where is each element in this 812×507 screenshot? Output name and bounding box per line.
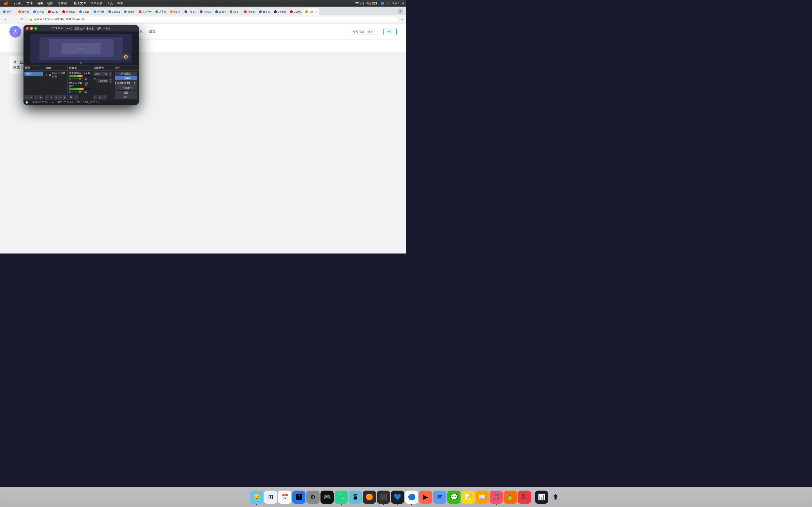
channel-1-mute[interactable]: 🔊 bbox=[84, 77, 87, 80]
move-up-scene-btn[interactable]: ▲ bbox=[34, 95, 38, 100]
channel-2-knob[interactable] bbox=[69, 91, 71, 93]
browser-tab-14[interactable]: Lexicc bbox=[213, 8, 227, 15]
browser-tab-20[interactable]: 大王 -× bbox=[303, 8, 319, 15]
browser-tab-18[interactable]: Comma bbox=[272, 8, 288, 15]
tab-favicon bbox=[290, 10, 293, 13]
tab-favicon bbox=[79, 10, 82, 13]
browser-tab-4[interactable]: YouTube bbox=[60, 8, 77, 15]
channel-1-menu[interactable]: ⋮ bbox=[88, 77, 91, 80]
obs-minimize-btn[interactable] bbox=[30, 27, 33, 30]
source-settings-btn[interactable]: ⚙ bbox=[54, 95, 58, 100]
channel-2-name: macOS 屏幕捕获 bbox=[69, 81, 85, 88]
source-down-btn[interactable]: ▼ bbox=[62, 95, 66, 100]
obs-preview-inner: preview bbox=[40, 37, 123, 60]
browser-tab-15[interactable]: Grid bbox=[228, 8, 242, 15]
mixer-menu-btn[interactable]: ⋮ bbox=[74, 95, 79, 100]
follow-button[interactable]: 关注 bbox=[384, 28, 397, 35]
menu-file[interactable]: 文件 bbox=[25, 1, 35, 6]
add-scene-btn[interactable]: + bbox=[24, 95, 29, 100]
source-up-btn[interactable]: ▲ bbox=[58, 95, 62, 100]
duration-down-btn[interactable]: ▼ bbox=[109, 81, 112, 83]
scenes-actions: + − ▲ ▼ bbox=[23, 95, 44, 100]
browser-tab-11[interactable]: 作业3 bbox=[168, 8, 182, 15]
tab-label: 1.8mac bbox=[112, 10, 120, 13]
tab-close-btn[interactable]: × bbox=[316, 10, 317, 13]
browser-tab-0[interactable]: 登录 — bbox=[1, 8, 16, 15]
settings-btn[interactable]: 设置 bbox=[115, 91, 137, 95]
menu-tools[interactable]: 工具 bbox=[105, 1, 115, 6]
tab-favicon bbox=[185, 10, 187, 13]
browser-tab-5[interactable]: Cours bbox=[77, 8, 91, 15]
apple-menu[interactable]: 🍎 bbox=[2, 1, 10, 6]
obs-close-btn[interactable] bbox=[26, 27, 29, 30]
add-source-btn[interactable]: + bbox=[45, 95, 49, 100]
start-record-btn[interactable]: 开始录制 bbox=[115, 76, 137, 80]
forward-button[interactable]: › bbox=[10, 16, 17, 22]
tab-label: 登录 — bbox=[7, 10, 14, 13]
transform-down-btn[interactable]: ▼ bbox=[109, 74, 112, 76]
obs-status-bar: 📡 LIVE: 00:00:00 ⏺ REC: 00:00:00 CPU: 5.… bbox=[23, 100, 139, 105]
virtual-cam-btn[interactable]: 启动虚拟摄像机 bbox=[115, 80, 132, 86]
move-down-scene-btn[interactable]: ▼ bbox=[39, 95, 43, 100]
menu-edit[interactable]: 编辑 bbox=[35, 1, 45, 6]
mixer-gear-btn[interactable]: ⚙ bbox=[68, 95, 73, 100]
source-lock-icon[interactable]: 🔒 bbox=[48, 74, 51, 76]
menu-studio[interactable]: studio bbox=[12, 1, 24, 6]
exit-btn[interactable]: 退出 bbox=[115, 95, 137, 99]
channel-2-menu[interactable]: ⋮ bbox=[88, 91, 91, 93]
duration-up-btn[interactable]: ▲ bbox=[109, 78, 112, 81]
start-stream-btn[interactable]: 开始推流 bbox=[115, 72, 137, 75]
source-item[interactable]: 👁 🔒 macOS 屏幕捕获 bbox=[45, 72, 66, 78]
channel-1-fill bbox=[69, 75, 83, 77]
browser-tab-7[interactable]: 1.8mac bbox=[106, 8, 122, 15]
browser-tab-10[interactable]: 共享空 bbox=[153, 8, 168, 15]
bookmark-icon[interactable]: ☆ bbox=[400, 17, 404, 21]
source-visibility-icon[interactable]: 👁 bbox=[45, 74, 47, 76]
tab-label: Lexicc bbox=[219, 10, 225, 13]
browser-tab-17[interactable]: The 30 bbox=[257, 8, 272, 15]
transform-type-select[interactable]: 渐变 bbox=[94, 72, 108, 76]
obs-window-controls bbox=[26, 27, 37, 30]
browser-tab-2[interactable]: 仪表盘 bbox=[31, 8, 46, 15]
remove-scene-btn[interactable]: − bbox=[29, 95, 33, 100]
new-tab-button[interactable]: + bbox=[398, 8, 403, 14]
add-transform-btn[interactable]: + bbox=[93, 95, 97, 100]
studio-mode-btn[interactable]: 工作室模式 bbox=[115, 86, 137, 90]
channel-1-slider[interactable] bbox=[79, 78, 81, 79]
browser-tab-12[interactable]: The St. bbox=[183, 8, 198, 15]
tab-label: Comma bbox=[278, 10, 286, 13]
channel-2-slider[interactable] bbox=[79, 91, 81, 93]
sources-list: 👁 🔒 macOS 屏幕捕获 bbox=[44, 71, 67, 95]
browser-tab-1[interactable]: 账号管 bbox=[16, 8, 31, 15]
menu-help[interactable]: 帮助 bbox=[115, 1, 125, 6]
browser-tab-16[interactable]: An emi bbox=[242, 8, 257, 15]
scene-item[interactable]: 场景 2 bbox=[24, 72, 43, 76]
browser-tab-6[interactable]: 腾讯视 bbox=[92, 8, 106, 15]
virtual-cam-settings[interactable]: ⚙ bbox=[132, 80, 137, 86]
remove-transform-btn[interactable]: − bbox=[98, 95, 102, 100]
back-button[interactable]: ‹ bbox=[2, 16, 9, 22]
browser-tab-3[interactable]: 22120 bbox=[46, 8, 60, 15]
channel-1-knob[interactable] bbox=[69, 78, 71, 80]
browser-tab-19[interactable]: CS106 bbox=[288, 8, 303, 15]
browser-tab-9[interactable]: 在LaTeX bbox=[137, 8, 153, 15]
menu-dock[interactable]: 停靠圆口 bbox=[56, 1, 72, 6]
remove-source-btn[interactable]: − bbox=[50, 95, 54, 100]
transform-duration-input[interactable] bbox=[97, 79, 108, 82]
bili-nav-item-设置[interactable]: 设置 bbox=[146, 28, 158, 36]
reload-button[interactable]: ↻ bbox=[18, 16, 25, 22]
qq-music-label[interactable]: QQ音乐 - 听我想听 bbox=[355, 1, 378, 5]
obs-maximize-btn[interactable] bbox=[34, 27, 37, 30]
address-bar[interactable]: 🔒 space.bilibili.com/196986312/dynamic bbox=[26, 16, 399, 22]
menu-profile[interactable]: 配置文件 bbox=[72, 1, 88, 6]
search-input[interactable] bbox=[349, 29, 382, 35]
transform-menu-btn[interactable]: ⋮ bbox=[102, 95, 107, 100]
browser-tab-8[interactable]: 便使用 bbox=[122, 8, 137, 15]
menu-view[interactable]: 视图 bbox=[45, 1, 55, 6]
tab-favicon bbox=[108, 10, 111, 13]
browser-tab-13[interactable]: The St. bbox=[198, 8, 213, 15]
transform-up-btn[interactable]: ▲ bbox=[109, 72, 112, 74]
menu-scene-collection[interactable]: 场景集合 bbox=[89, 1, 105, 6]
channel-2-mute[interactable]: 🔊 bbox=[84, 91, 87, 93]
channel-2-fill bbox=[69, 88, 84, 90]
